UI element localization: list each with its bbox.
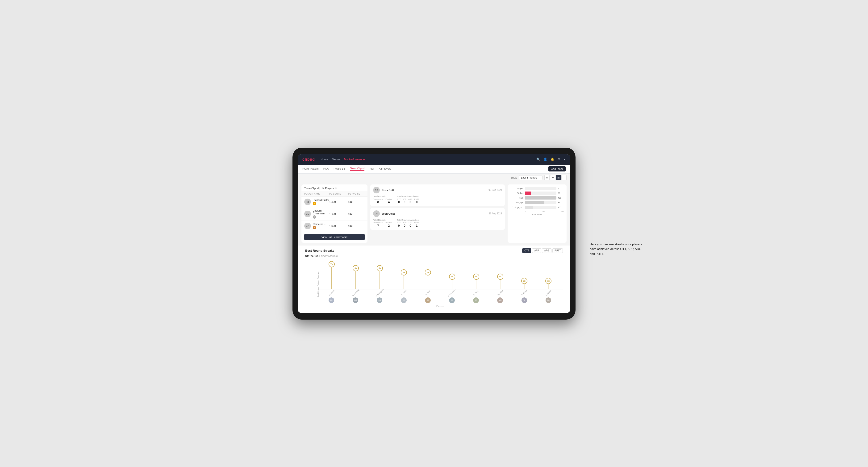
chart-subtitle: Off The Tee, Fairway Accuracy <box>305 255 563 257</box>
bar-row-pars: Pars 499 <box>510 196 564 199</box>
filter-ott[interactable]: OTT <box>522 248 531 253</box>
subnav-all-players[interactable]: All Players <box>379 167 391 170</box>
ott-col-1: OTT 0 <box>397 198 401 204</box>
filter-buttons: OTT APP ARG PUTT <box>522 248 563 253</box>
show-control: Show Last 3 months Last 6 months Last ye… <box>298 174 570 182</box>
gridline-7 <box>317 261 563 261</box>
player-score-3: 17/20 <box>329 224 348 227</box>
avatar-coles: JC <box>401 298 407 303</box>
profile-icon[interactable]: ● <box>564 158 566 161</box>
bar-value-pars: 499 <box>558 197 564 199</box>
card-view-icon[interactable]: ▤ <box>556 175 561 180</box>
streak-bubble-10: 3x <box>545 278 552 284</box>
chart-bars: Eagles 3 Birdies 96 <box>510 187 564 209</box>
ott-label-1: OTT <box>397 198 401 200</box>
avatar-ford: DF <box>473 298 479 303</box>
bar-label-eagles: Eagles <box>510 187 523 190</box>
player-row-3[interactable]: CA Cameron... 3 17/20 103 <box>302 221 368 231</box>
putt-label-1: PUTT <box>414 198 420 200</box>
practice-activities-group-1: Total Practice Activities OTT 0 APP 0 <box>397 195 419 204</box>
bell-icon[interactable]: 🔔 <box>551 158 554 161</box>
view-leaderboard-button[interactable]: View Full Leaderboard <box>304 234 365 240</box>
player-avatar-3: CA <box>304 223 311 229</box>
subnav-hcaps[interactable]: Hcaps 1-5 <box>334 167 345 170</box>
arg-col-1: ARG 0 <box>408 198 412 204</box>
filter-arg[interactable]: ARG <box>542 248 552 253</box>
bar-row-bogeys: Bogeys 311 <box>510 201 564 204</box>
show-select[interactable]: Last 3 months Last 6 months Last year <box>519 175 542 180</box>
nav-home[interactable]: Home <box>320 158 328 161</box>
show-label: Show <box>510 176 517 179</box>
settings-icon[interactable]: ⚙ <box>558 158 560 161</box>
annotation-text: Here you can see streaks your players ha… <box>590 242 646 257</box>
app-value-2: 0 <box>404 224 405 227</box>
team-name: Team Clippd | <box>304 187 320 190</box>
subnav-tour[interactable]: Tour <box>369 167 374 170</box>
chart-xaxis: 0 200 400 <box>510 210 564 213</box>
app-col-2: APP 0 <box>403 222 406 227</box>
app-value-1: 0 <box>404 200 405 204</box>
streaks-title: Best Round Streaks <box>305 249 335 252</box>
arg-label-2: ARG <box>408 222 412 224</box>
table-view-icon[interactable]: ↕ <box>561 175 566 180</box>
subnav-team-clippd[interactable]: Team Clippd <box>350 167 365 171</box>
streak-bubble-7: 4x <box>473 274 479 280</box>
player-row-2[interactable]: EC Edward Crossman 2 18/20 107 <box>302 207 368 221</box>
tablet-frame: clippd Home Teams My Performance 🔍 👤 🔔 ⚙… <box>292 148 576 319</box>
bar-track-bogeys <box>525 201 556 204</box>
subnav-pga[interactable]: PGA <box>323 167 329 170</box>
card-stats-2: Total Rounds Tournament 7 Practice 2 <box>373 219 502 227</box>
grid-view-icon[interactable]: ⊞ <box>545 175 550 180</box>
player-card-josh-coles: JC Josh Coles 26 Aug 2023 Total Rounds T… <box>370 208 505 230</box>
player-badge-2: 2 <box>313 215 316 219</box>
streak-chart-container: Best Streak, Fairway Accuracy <box>305 261 563 307</box>
bar-label-dbogeys: D. Bogeys + <box>510 206 523 209</box>
player-avatar-1: RB <box>304 198 311 205</box>
practice-act-cols-1: OTT 0 APP 0 ARG 0 <box>397 198 419 204</box>
player-badge-3: 3 <box>313 226 316 229</box>
bar-track-eagles <box>525 187 556 190</box>
card-name-1: Rees Britt <box>382 189 394 191</box>
search-icon[interactable]: 🔍 <box>536 158 540 161</box>
bar-fill-dbogeys <box>525 206 533 209</box>
card-date-1: 02 Sep 2023 <box>489 189 502 191</box>
nav-my-performance[interactable]: My Performance <box>344 158 365 161</box>
avatar-miller: MM <box>497 298 503 303</box>
tournament-label-1: Tournament <box>373 198 383 200</box>
streak-bubble-4: 5x <box>401 269 407 276</box>
subnav-pgat[interactable]: PGAT Players <box>302 167 319 170</box>
main-content: Team Clippd | 14 Players ✏ PLAYER NAME P… <box>298 182 570 246</box>
list-view-icon[interactable]: ☰ <box>550 175 555 180</box>
subtitle-main: Off The Tee <box>305 255 318 257</box>
streak-bubble-5: 5x <box>425 269 431 276</box>
user-icon[interactable]: 👤 <box>544 158 547 161</box>
bar-fill-pars <box>525 196 556 199</box>
streaks-section: Best Round Streaks OTT APP ARG PUTT Off … <box>302 246 566 310</box>
avatar-butler: RB <box>522 298 527 303</box>
filter-putt[interactable]: PUTT <box>552 248 563 253</box>
arg-label-1: ARG <box>408 198 412 200</box>
subnav: PGAT Players PGA Hcaps 1-5 Team Clippd T… <box>298 165 570 174</box>
leaderboard-panel: Team Clippd | 14 Players ✏ PLAYER NAME P… <box>302 184 368 243</box>
add-team-button[interactable]: Add Team <box>549 166 566 172</box>
nav-links: Home Teams My Performance <box>320 158 365 161</box>
ott-value-2: 0 <box>398 224 400 227</box>
player-avg-1: 110 <box>348 200 365 203</box>
table-header: PLAYER NAME PB SCORE PB AVG SQ <box>302 191 368 197</box>
streak-bubble-8: 4x <box>497 274 503 280</box>
edit-icon[interactable]: ✏ <box>335 187 337 189</box>
avatar-quick: CQ <box>546 298 551 303</box>
player-badge-1: 1 <box>313 202 316 205</box>
player-name-3: Cameron... <box>313 223 326 225</box>
player-row[interactable]: RB Richard Butler 1 19/20 110 <box>302 197 368 207</box>
col-player-name: PLAYER NAME <box>304 193 329 195</box>
filter-app[interactable]: APP <box>532 248 541 253</box>
annotation-content: Here you can see streaks your players ha… <box>590 243 642 256</box>
player-count: 14 Players <box>321 187 334 190</box>
player-name-wrap-2: Edward Crossman 2 <box>313 209 329 219</box>
arg-value-2: 0 <box>409 224 411 227</box>
col-pb-score: PB SCORE <box>329 193 348 195</box>
nav-teams[interactable]: Teams <box>332 158 340 161</box>
bar-label-pars: Pars <box>510 197 523 199</box>
tournament-col-2: Tournament 7 <box>373 222 383 227</box>
